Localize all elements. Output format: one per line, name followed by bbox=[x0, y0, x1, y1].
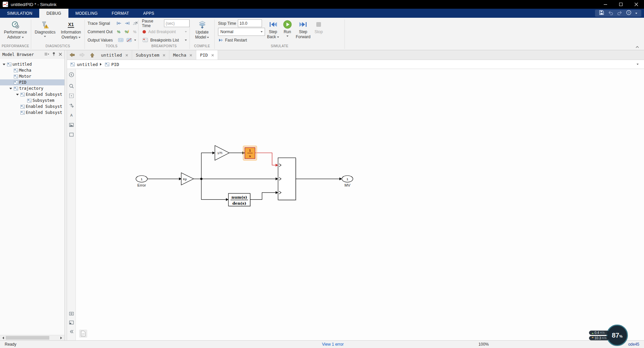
transfer-fcn-block[interactable]: num(s) den(s) bbox=[228, 193, 251, 207]
hide-explorer-icon[interactable] bbox=[68, 72, 74, 78]
doc-tab-pid[interactable]: PID bbox=[196, 50, 218, 60]
tab-close-icon[interactable] bbox=[190, 53, 192, 58]
tree-item-enabled-subsystem-1[interactable]: Enabled Subsyst bbox=[0, 91, 64, 97]
inport-block[interactable]: 1 Error bbox=[136, 176, 147, 187]
collapse-ribbon-icon[interactable] bbox=[635, 45, 640, 49]
doc-tab-untitled[interactable]: untitled bbox=[97, 50, 132, 60]
outport-block[interactable]: 1 MV bbox=[342, 176, 353, 187]
step-back-button[interactable]: Step Back bbox=[265, 18, 281, 40]
nav-forward-icon[interactable] bbox=[77, 50, 87, 60]
save-icon[interactable] bbox=[599, 10, 604, 16]
doc-tab-subsystem[interactable]: Subsystem bbox=[132, 50, 169, 60]
gain-kp-block[interactable]: Kp bbox=[181, 173, 194, 185]
comment-out-icon[interactable]: % bbox=[116, 29, 122, 35]
fit-to-view-icon[interactable] bbox=[68, 93, 74, 99]
expander-icon[interactable] bbox=[9, 86, 13, 91]
scroll-left-icon[interactable] bbox=[0, 335, 5, 340]
breadcrumb-caret-icon[interactable] bbox=[637, 64, 639, 66]
breadcrumb-untitled[interactable]: untitled bbox=[77, 62, 98, 67]
stop-button[interactable]: Stop bbox=[313, 18, 325, 34]
output-values-label[interactable]: Output Values bbox=[88, 38, 116, 43]
branch-point[interactable] bbox=[200, 178, 203, 180]
comment-through-icon[interactable]: % bbox=[124, 29, 130, 35]
panel-splitter[interactable] bbox=[65, 50, 67, 340]
comment-out-label[interactable]: Comment Out bbox=[88, 29, 114, 34]
browser-horizontal-scrollbar[interactable] bbox=[0, 335, 64, 340]
view-error-link[interactable]: View 1 error bbox=[322, 342, 343, 347]
minimize-icon[interactable] bbox=[598, 0, 613, 9]
viewport-icon[interactable] bbox=[68, 310, 74, 317]
scrollbar-thumb[interactable] bbox=[6, 336, 49, 340]
tab-close-icon[interactable] bbox=[125, 53, 128, 58]
diagram-canvas[interactable]: 1 Error Kp 1/Ti bbox=[76, 69, 644, 340]
diagnostics-button[interactable]: Diagnostics bbox=[33, 19, 57, 38]
scroll-right-icon[interactable] bbox=[59, 335, 64, 340]
tab-close-icon[interactable] bbox=[211, 53, 214, 58]
tab-format[interactable]: FORMAT bbox=[105, 9, 136, 18]
network-monitor-widget[interactable]: 0.4 K/s 10.3 K/s 87 % bbox=[589, 325, 628, 346]
quick-access-caret-icon[interactable] bbox=[635, 13, 637, 15]
tree-item-untitled[interactable]: untitled bbox=[0, 61, 64, 67]
tab-modeling[interactable]: MODELING bbox=[68, 9, 105, 18]
undo-icon[interactable] bbox=[608, 10, 613, 16]
tab-close-icon[interactable] bbox=[163, 53, 165, 58]
sim-mode-select[interactable]: Normal bbox=[218, 28, 265, 36]
doc-tab-mecha[interactable]: Mecha bbox=[169, 50, 196, 60]
browser-menu-icon[interactable] bbox=[44, 52, 49, 57]
step-forward-button[interactable]: Step Forward bbox=[294, 18, 313, 40]
nav-back-icon[interactable] bbox=[67, 50, 77, 60]
close-icon[interactable] bbox=[629, 0, 644, 9]
tab-apps[interactable]: APPS bbox=[136, 9, 161, 18]
collapse-strip-icon[interactable] bbox=[68, 329, 74, 335]
tab-debug[interactable]: DEBUG bbox=[39, 9, 68, 18]
update-model-button[interactable]: Update Model bbox=[193, 19, 211, 40]
add-breakpoint-label[interactable]: Add Breakpoint bbox=[148, 29, 176, 34]
show-output-values-icon[interactable]: 0.3 bbox=[117, 37, 124, 43]
integrator-block[interactable]: 1 s bbox=[244, 146, 257, 160]
expander-icon[interactable] bbox=[2, 62, 6, 67]
trace-signal-destination-icon[interactable] bbox=[124, 20, 130, 26]
zoom-icon[interactable] bbox=[68, 83, 74, 89]
area-icon[interactable] bbox=[68, 132, 74, 138]
breadcrumb-pid[interactable]: PID bbox=[111, 62, 119, 67]
help-icon[interactable]: ? bbox=[626, 10, 631, 16]
stop-time-input[interactable] bbox=[238, 19, 262, 27]
expander-icon[interactable] bbox=[15, 92, 19, 97]
breakpoints-list-caret-icon[interactable] bbox=[185, 40, 187, 42]
tree-item-motor[interactable]: Motor bbox=[0, 73, 64, 79]
solver-label[interactable]: ode45 bbox=[628, 342, 639, 347]
breakpoints-list-label[interactable]: Breakpoints List bbox=[150, 38, 179, 43]
tree-item-enabled-subsystem-2[interactable]: Enabled Subsyst bbox=[0, 103, 64, 110]
tree-item-pid[interactable]: PID bbox=[0, 79, 64, 85]
information-overlays-button[interactable]: X1 Information Overlays bbox=[59, 19, 83, 40]
redo-icon[interactable] bbox=[617, 10, 622, 16]
tree-item-subsystem[interactable]: Subsystem bbox=[0, 97, 64, 103]
uncomment-icon[interactable]: % bbox=[132, 29, 138, 35]
sum-block[interactable] bbox=[278, 158, 297, 201]
tree-item-trajectory[interactable]: trajectory bbox=[0, 85, 64, 91]
panel-layout-icon[interactable] bbox=[68, 320, 74, 326]
tab-simulation[interactable]: SIMULATION bbox=[0, 9, 39, 18]
run-caret-icon bbox=[286, 36, 288, 38]
tree-item-mecha[interactable]: Mecha bbox=[0, 67, 64, 73]
close-panel-icon[interactable] bbox=[59, 52, 62, 57]
performance-advisor-button[interactable]: Performance Advisor bbox=[2, 19, 29, 40]
remove-output-values-icon[interactable]: 0.3 bbox=[126, 37, 132, 43]
gain-ti-block[interactable]: 1/Ti bbox=[215, 145, 229, 160]
tree-item-enabled-subsystem-3[interactable]: Enabled Subsyst bbox=[0, 110, 64, 116]
nav-up-icon[interactable] bbox=[87, 50, 97, 60]
annotation-palette-icon[interactable] bbox=[79, 330, 87, 338]
image-icon[interactable] bbox=[68, 122, 74, 128]
signal-arrows-icon[interactable] bbox=[68, 102, 74, 109]
trace-signal-label[interactable]: Trace Signal bbox=[88, 21, 114, 26]
fast-restart-label[interactable]: Fast Restart bbox=[225, 38, 247, 43]
run-button[interactable]: Run bbox=[281, 18, 294, 38]
annotation-icon[interactable]: A bbox=[68, 112, 74, 118]
pin-icon[interactable] bbox=[52, 52, 56, 57]
output-values-caret-icon[interactable] bbox=[134, 40, 136, 42]
remove-trace-icon[interactable] bbox=[132, 20, 138, 26]
error-signal-line[interactable] bbox=[255, 153, 278, 166]
maximize-icon[interactable] bbox=[613, 0, 629, 9]
pause-time-input[interactable] bbox=[164, 19, 190, 27]
trace-signal-source-icon[interactable] bbox=[116, 20, 122, 26]
